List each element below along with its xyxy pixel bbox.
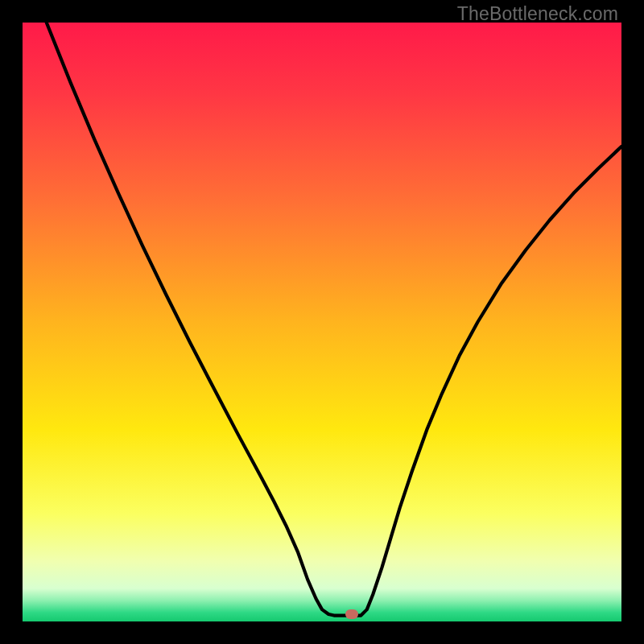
current-position-marker (345, 609, 358, 619)
bottleneck-chart (23, 23, 621, 621)
chart-frame (23, 23, 621, 621)
watermark-text: TheBottleneck.com (457, 3, 618, 25)
gradient-bg (23, 23, 621, 621)
